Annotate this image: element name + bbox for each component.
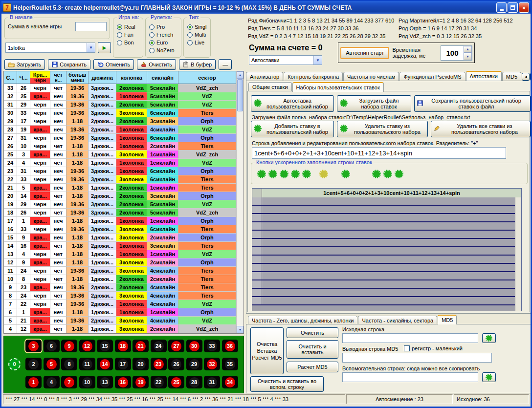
column-header-3[interactable]: Кра...черн (30, 71, 50, 84)
board-cell-8[interactable]: 8 (61, 358, 77, 370)
table-row[interactable]: 134чернчет1-181дюжи...1колонка1сиклайнVd… (4, 250, 236, 258)
toolbar-button-1[interactable]: Загрузить (4, 59, 45, 70)
tab-3[interactable]: Частоты по числам (343, 72, 399, 81)
table-row[interactable]: 3225кра...неч19-363дюжи...1колонка5сикла… (4, 92, 236, 101)
board-cell-25[interactable]: 25 (168, 376, 184, 388)
bottom-tab-2[interactable]: Частота - сиклайны, сектора (358, 316, 437, 324)
bet-list-row[interactable] (252, 272, 515, 280)
chevron-down-icon[interactable]: ▼ (87, 43, 95, 52)
chip-button-8[interactable] (372, 170, 381, 178)
bet-list-row[interactable] (252, 222, 515, 231)
md5-clear-button[interactable]: Очистить (287, 327, 338, 338)
table-row[interactable]: 171кра...неч1-181дюжи...1колонка1сиклайн… (4, 217, 236, 225)
table-row[interactable]: 824чернчет19-362дюжи...3колонка4сиклайнT… (4, 292, 236, 300)
board-cell-1[interactable]: 1 (25, 376, 42, 388)
board-cell-11[interactable]: 11 (79, 358, 95, 370)
table-row[interactable]: 722чернчет19-362дюжи...1колонка4сиклайнV… (4, 300, 236, 308)
table-row[interactable]: 108чернчет1-181дюжи...2колонка2сиклайнTi… (4, 275, 236, 283)
chip-button-10[interactable] (395, 170, 403, 178)
table-row[interactable]: 61кра...неч1-181дюжи...1колонка1сиклайнO… (4, 308, 236, 317)
table-row[interactable]: 2014кра...чет1-182дюжи...2колонка3сиклай… (4, 192, 236, 200)
board-cell-5[interactable]: 5 (44, 358, 60, 370)
board-cell-21[interactable]: 21 (133, 340, 149, 352)
table-row[interactable]: 2819кра...неч19-362дюжи...1колонка4сикла… (4, 126, 236, 134)
table-row[interactable]: 3033черннеч19-363дюжи...3колонка6сиклайн… (4, 109, 236, 117)
bet-list-row[interactable] (252, 264, 515, 272)
board-cell-10[interactable]: 10 (79, 376, 95, 388)
checkbox-icon[interactable] (404, 345, 410, 351)
toolbar-button-2[interactable]: Сохранить (48, 59, 90, 70)
board-cell-7[interactable]: 7 (61, 376, 77, 388)
history-scrollbar[interactable]: ▲ ▼ (236, 71, 244, 333)
table-row[interactable]: 2331черннеч19-363дюжи...1колонка6сиклайн… (4, 167, 236, 175)
board-cell-3[interactable]: 3 (25, 340, 42, 352)
table-row[interactable]: 1826чернчет19-363дюжи...2колонка5сиклайн… (4, 209, 236, 217)
table-row[interactable]: 1124чернчет19-362дюжи...3колонка4сиклайн… (4, 267, 236, 275)
minimize-button[interactable] (496, 2, 507, 13)
game-option-bon[interactable]: Bon (117, 40, 143, 45)
board-cell-24[interactable]: 24 (151, 340, 167, 352)
tab-2[interactable]: Контроль банкролла (284, 72, 343, 81)
table-row[interactable]: 3129черннеч19-363дюжи...2колонка5сиклайн… (4, 101, 236, 109)
bet-list-row[interactable] (252, 297, 515, 305)
table-row[interactable]: 923кра...неч19-362дюжи...2колонка4сиклай… (4, 283, 236, 292)
chip-button-1[interactable] (257, 170, 266, 178)
md5-aux-input[interactable] (342, 372, 478, 382)
toolbar-button-5[interactable]: В буфер (179, 59, 216, 70)
chip-button-7[interactable] (341, 170, 350, 178)
bet-list-scrollbar[interactable] (515, 197, 521, 311)
bet-list-row[interactable] (252, 289, 515, 297)
tab-1[interactable]: Анализатор (246, 72, 283, 81)
set-button-r1-3[interactable]: Сохранить пользовательский набор ставок … (414, 95, 531, 112)
table-row[interactable]: 521кра...неч19-362дюжи...3колонка4сиклай… (4, 317, 236, 325)
bet-list-row[interactable] (252, 197, 515, 206)
subtab-1[interactable]: Общие ставки (248, 82, 292, 91)
table-row[interactable]: 2917черннеч1-182дюжи...2колонка3сиклайнO… (4, 117, 236, 126)
toolbar-button-4[interactable]: Очистить (137, 59, 176, 70)
bottom-tab-3[interactable]: MD5 (438, 315, 457, 324)
md5-source-chip-button[interactable] (482, 333, 496, 343)
table-row[interactable]: 3326чернчет19-363дюжи...2колонка5сиклайн… (4, 84, 236, 92)
md5-clear-insert-button[interactable]: Очистить и вставить (287, 340, 338, 359)
board-cell-20[interactable]: 20 (133, 358, 149, 370)
set-button-r2-1[interactable]: Добавить ставку в пользовательский набор (251, 121, 334, 137)
scroll-down-icon[interactable]: ▼ (237, 326, 244, 333)
tab-5[interactable]: Автоставки (466, 71, 502, 81)
board-cell-30[interactable]: 30 (186, 340, 202, 352)
board-cell-6[interactable]: 6 (44, 340, 60, 352)
md5-case-checkbox-row[interactable]: регистр - маленький (404, 345, 463, 351)
board-cell-17[interactable]: 17 (115, 358, 131, 370)
bet-list-row[interactable] (252, 256, 515, 264)
column-header-6[interactable]: дюжина (89, 71, 116, 84)
column-header-9[interactable]: сектор (178, 71, 236, 84)
board-cell-18[interactable]: 18 (115, 340, 131, 352)
chip-button-3[interactable] (280, 170, 288, 178)
slot-combo[interactable]: 1slotka ▼ (5, 43, 95, 53)
table-row[interactable]: 2731черннеч19-363дюжи...1колонка6сиклайн… (4, 134, 236, 142)
roulette-option-euro[interactable]: Euro (149, 40, 181, 45)
board-cell-29[interactable]: 29 (186, 358, 202, 370)
tab-scroll-right-icon[interactable]: ► (530, 73, 532, 81)
board-cell-26[interactable]: 26 (168, 358, 184, 370)
chip-button-2[interactable] (268, 170, 277, 178)
table-row[interactable]: 159кра...неч1-181дюжи...3колонка2сиклайн… (4, 234, 236, 242)
md5-calc-button[interactable]: Расчет MD5 (287, 362, 338, 372)
toolbar-button-6[interactable]: — (219, 59, 232, 70)
board-cell-34[interactable]: 34 (222, 376, 238, 388)
roulette-option-nozero[interactable]: NoZero (149, 47, 181, 53)
chip-button-4[interactable] (291, 170, 300, 178)
column-header-8[interactable]: сиклайн (147, 71, 178, 84)
board-cell-28[interactable]: 28 (186, 376, 202, 388)
play-button[interactable]: ▶ (98, 42, 111, 53)
column-header-7[interactable]: колонка (116, 71, 147, 84)
board-cell-0[interactable]: 0 (6, 358, 22, 370)
board-cell-35[interactable]: 35 (222, 358, 238, 370)
board-cell-9[interactable]: 9 (61, 340, 77, 352)
column-header-1[interactable]: С... (4, 71, 17, 84)
chip-button-6[interactable] (319, 170, 328, 178)
game-option-real[interactable]: Real (117, 24, 143, 30)
chip-button-9[interactable] (383, 170, 392, 178)
table-row[interactable]: 412кра...чет1-181дюжи...3колонка2сиклайн… (4, 325, 236, 333)
bet-list-row[interactable] (252, 214, 515, 222)
bet-list-row[interactable] (252, 239, 515, 247)
